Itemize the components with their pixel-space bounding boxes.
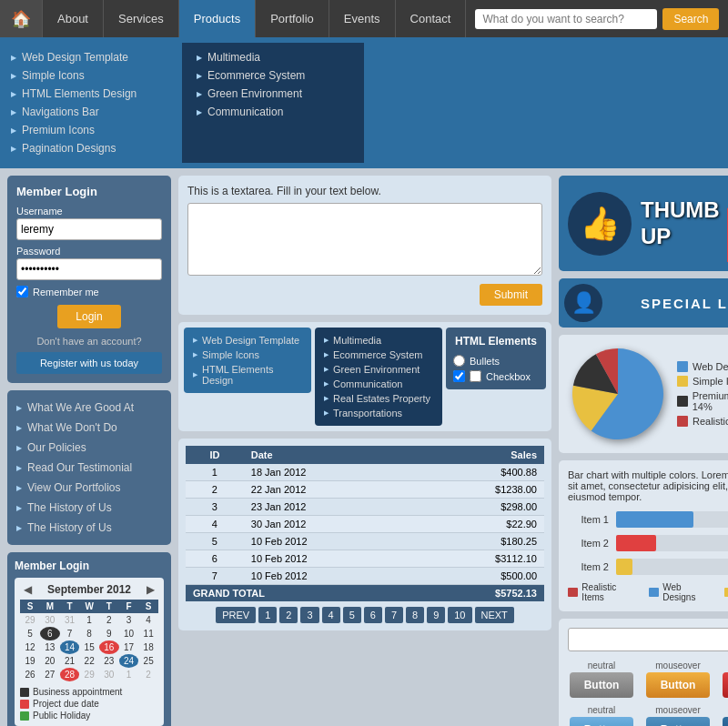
top-nav: 🏠 About Services Products Portfolio Even…	[0, 0, 728, 37]
sidebar-item-2[interactable]: ▶Our Policies	[7, 438, 171, 458]
cal-prev[interactable]: ◀	[20, 583, 35, 596]
cal-title: September 2012	[47, 583, 131, 596]
username-field[interactable]	[16, 218, 162, 240]
right-panel: 👍 THUMBUP RED GOLD BLUE BLACK NEW 👤	[559, 176, 728, 726]
dropdown-item[interactable]: ▶Green Environment	[197, 85, 349, 103]
plastic-search-input[interactable]	[568, 628, 728, 651]
sub-item2-3[interactable]: ▶Communication	[324, 377, 433, 391]
sidebar-item-1[interactable]: ▶What We Don't Do	[7, 418, 171, 438]
page-8[interactable]: 8	[406, 607, 424, 623]
data-table-section: ID Date Sales 118 Jan 2012$400.88 222 Ja…	[178, 439, 551, 630]
dropdown-item[interactable]: ▶Pagination Designs	[11, 139, 171, 157]
sidebar-item-4[interactable]: ▶View Our Portfolios	[7, 478, 171, 498]
bar-track-0	[616, 511, 728, 528]
page-10[interactable]: 10	[448, 607, 471, 623]
btn-mousedown-red[interactable]: Button	[723, 672, 728, 698]
sub-item-0[interactable]: ▶Web Design Template	[193, 333, 302, 348]
bar-legend-0: Realistic Items	[568, 582, 638, 602]
sub-item2-0[interactable]: ▶Multimedia	[324, 333, 433, 348]
login-button[interactable]: Login	[57, 305, 120, 328]
sub-item2-5[interactable]: ▶Transportations	[324, 406, 433, 420]
dropdown-item[interactable]: ▶Simple Icons	[11, 66, 171, 85]
sidebar-item-6[interactable]: ▶The History of Us	[7, 518, 171, 538]
state-label-mouseover2: mouseover	[646, 705, 710, 715]
dropdown-col2: ▶Multimedia ▶Ecommerce System ▶Green Env…	[182, 43, 364, 163]
nav-item-services[interactable]: Services	[104, 0, 179, 37]
checkbox-input2[interactable]	[470, 370, 481, 382]
btn-blue-mid[interactable]: Button	[646, 717, 710, 726]
nav-item-contact[interactable]: Contact	[396, 0, 467, 37]
sidebar-item-0[interactable]: ▶What We Are Good At	[7, 398, 171, 418]
thumb-up-section: 👍 THUMBUP RED GOLD BLUE BLACK NEW	[559, 176, 728, 271]
page-3[interactable]: 3	[300, 607, 318, 623]
page-2[interactable]: 2	[279, 607, 298, 623]
cal-next[interactable]: ▶	[143, 583, 158, 596]
search-button[interactable]: Search	[662, 8, 719, 30]
plastic-buttons-inner: 🔍 neutral mouseover mousedown Button But…	[559, 619, 728, 726]
page-7[interactable]: 7	[385, 607, 403, 623]
nav-home[interactable]: 🏠	[0, 0, 43, 37]
checkbox-input[interactable]	[453, 370, 465, 382]
state-label-mousedown2: mousedown	[723, 705, 728, 715]
checkbox-item: Checkbox	[453, 370, 539, 382]
btn-neutral-gray[interactable]: Button	[570, 672, 633, 698]
dropdown-item[interactable]: ▶Web Design Template	[11, 48, 171, 66]
content-textarea[interactable]	[187, 203, 542, 276]
sub-item-1[interactable]: ▶Simple Icons	[193, 348, 302, 362]
bar-legend-2: Simple Icons	[724, 582, 728, 602]
page-4[interactable]: 4	[322, 607, 340, 623]
prev-page[interactable]: PREV	[216, 607, 256, 623]
remember-checkbox[interactable]	[16, 286, 28, 297]
bar-chart-desc: Bar chart with multiple colors. Lorem ip…	[568, 469, 728, 502]
sub-item2-4[interactable]: ▶Real Estates Property	[324, 391, 433, 406]
page-1[interactable]: 1	[258, 607, 277, 623]
legend-project: Project due date	[20, 699, 158, 709]
sidebar-item-5[interactable]: ▶The History of Us	[7, 498, 171, 518]
page-9[interactable]: 9	[427, 607, 445, 623]
sub-item2-2[interactable]: ▶Green Environment	[324, 362, 433, 377]
btn-blue-light[interactable]: Button	[570, 717, 633, 726]
textarea-label: This is a textarea. Fill in your text be…	[187, 185, 542, 197]
btn-blue-dark[interactable]: Button	[723, 717, 728, 726]
calendar-grid: S M T W T F S 29 30 31	[20, 600, 158, 681]
search-input[interactable]	[475, 9, 657, 29]
products-dropdown: ▶Web Design Template ▶Simple Icons ▶HTML…	[0, 37, 728, 168]
sub-item-2[interactable]: ▶HTML Elements Design	[193, 362, 302, 388]
nav-item-events[interactable]: Events	[329, 0, 396, 37]
btn-mouseover-orange[interactable]: Button	[646, 672, 710, 698]
dropdown-item[interactable]: ▶HTML Elements Design	[11, 85, 171, 103]
calendar: ◀ September 2012 ▶ S M T W T F S	[15, 578, 164, 726]
bar-label-2: Item 2	[568, 561, 609, 572]
dropdown-item[interactable]: ▶Multimedia	[197, 48, 349, 66]
nav-item-products[interactable]: Products	[179, 0, 256, 37]
sidebar-item-3[interactable]: ▶Read Our Testimonial	[7, 458, 171, 478]
special-link-avatar: 👤	[564, 284, 602, 322]
checkbox-label: Checkbox	[486, 371, 531, 382]
plastic-buttons-section: 🔍 neutral mouseover mousedown Button But…	[559, 619, 728, 726]
nav-item-about[interactable]: About	[43, 0, 104, 37]
calendar-header: ◀ September 2012 ▶	[20, 583, 158, 596]
state-label-neutral1: neutral	[570, 660, 633, 671]
password-field[interactable]	[16, 258, 162, 280]
pie-legend-item-2: Premium Icons = 14%	[677, 390, 728, 412]
pagination: PREV 1 2 3 4 5 6 7 8 9 10 NEXT	[186, 607, 544, 623]
sidebar-menu: ▶What We Are Good At ▶What We Don't Do ▶…	[7, 390, 171, 545]
dropdown-item[interactable]: ▶Navigations Bar	[11, 103, 171, 121]
nav-item-portfolio[interactable]: Portfolio	[256, 0, 329, 37]
bar-track-1	[616, 535, 728, 551]
register-button[interactable]: Register with us today	[16, 352, 162, 374]
submit-button[interactable]: Submit	[480, 284, 542, 306]
next-page[interactable]: NEXT	[475, 607, 514, 623]
special-link[interactable]: 👤 SPECIAL LINK »	[559, 278, 728, 328]
bar-chart-section: Bar chart with multiple colors. Lorem ip…	[559, 460, 728, 611]
dropdown-item[interactable]: ▶Ecommerce System	[197, 66, 349, 85]
bullets-label: Bullets	[470, 356, 500, 367]
sub-item2-1[interactable]: ▶Ecommerce System	[324, 348, 433, 362]
page-5[interactable]: 5	[343, 607, 361, 623]
dropdown-item[interactable]: ▶Premium Icons	[11, 121, 171, 139]
pie-chart-section: Web Designs = 60% Simple Icons = 18% Pre…	[559, 335, 728, 453]
dropdown-item[interactable]: ▶Communication	[197, 103, 349, 121]
page-6[interactable]: 6	[364, 607, 382, 623]
thumb-up-icon: 👍	[568, 192, 632, 256]
bullets-radio[interactable]	[453, 355, 465, 367]
